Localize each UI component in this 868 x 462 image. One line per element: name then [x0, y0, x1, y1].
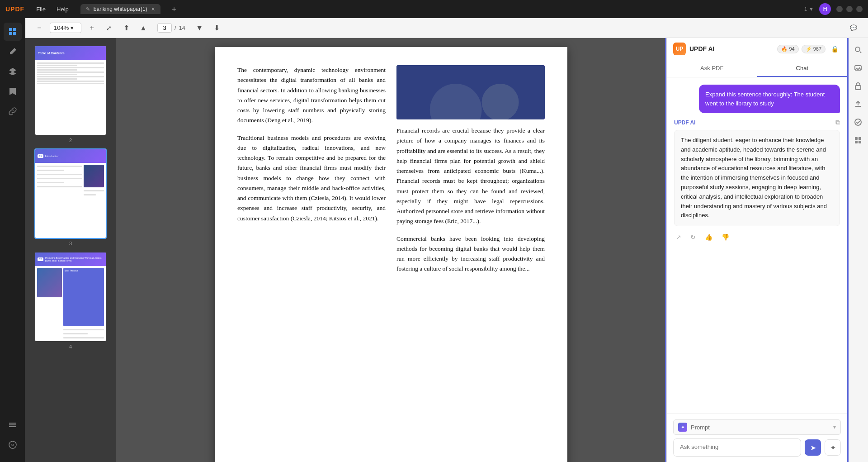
svg-rect-1 — [13, 28, 16, 31]
sidebar-right — [847, 38, 868, 462]
tab-close-btn[interactable]: ✕ — [151, 6, 155, 12]
next-section-btn[interactable]: ⬇ — [210, 21, 223, 35]
svg-rect-3 — [13, 32, 16, 35]
page-nav: / 14 — [157, 23, 185, 33]
thumbnail-item-2[interactable]: Table of Contents — [34, 45, 107, 143]
right-icon-lock[interactable] — [850, 78, 866, 94]
ai-thumbs-down-btn[interactable]: 👎 — [720, 232, 731, 243]
right-icon-upload[interactable] — [850, 96, 866, 112]
ai-badge-1[interactable]: 🔥 94 — [777, 45, 798, 53]
prompt-arrow-icon: ▾ — [833, 424, 836, 430]
badge-1-icon: 🔥 — [781, 46, 788, 52]
thumbnail-page-2: Table of Contents — [34, 45, 107, 136]
thumbnail-number-4: 4 — [69, 344, 72, 349]
ai-send-btn[interactable]: ➤ — [805, 439, 821, 456]
badge-1-value: 94 — [789, 46, 794, 52]
sidebar-icon-layers[interactable] — [4, 62, 22, 81]
sidebar-left: ✉ — [0, 18, 25, 462]
zoom-in-btn[interactable]: ＋ — [85, 21, 99, 35]
fit-width-btn[interactable]: ⤢ — [102, 21, 116, 35]
window-controls: ─ □ ✕ — [836, 6, 863, 12]
pdf-col2-para2: Commercial banks have been looking into … — [396, 234, 545, 274]
ai-lock-btn[interactable]: 🔒 — [828, 43, 841, 55]
minimize-btn[interactable]: ─ — [836, 6, 843, 12]
svg-rect-11 — [859, 137, 861, 140]
right-icon-grid[interactable] — [850, 132, 866, 148]
prev-page-btn[interactable]: ▲ — [137, 21, 150, 35]
ai-panel: UP UPDF AI 🔥 94 ⚡ 967 🔒 — [666, 38, 847, 462]
menu-bar: File Help — [32, 4, 73, 14]
pdf-viewer[interactable]: The contemporary, dynamic technology env… — [116, 38, 666, 462]
svg-rect-12 — [855, 141, 858, 143]
new-tab-btn[interactable]: ＋ — [168, 4, 180, 15]
prompt-selector[interactable]: ✦ Prompt ▾ — [673, 419, 841, 435]
zoom-arrow: ▾ — [71, 24, 74, 31]
badge-2-icon: ⚡ — [806, 46, 812, 52]
ai-input[interactable] — [673, 438, 801, 457]
toolbar: − 104% ▾ ＋ ⤢ ⬆ ▲ / 14 ▼ ⬇ 💬 — [25, 18, 868, 38]
total-pages: 14 — [179, 24, 185, 31]
zoom-display[interactable]: 104% ▾ — [50, 23, 81, 33]
pdf-page: The contemporary, dynamic technology env… — [215, 47, 567, 462]
ai-response-actions: ↗ ↻ 👍 👎 — [674, 230, 840, 244]
svg-point-6 — [855, 47, 860, 52]
right-icon-image[interactable] — [850, 60, 866, 76]
ai-copy-btn[interactable]: ⧉ — [835, 119, 840, 126]
sidebar-icon-stack[interactable] — [4, 416, 22, 434]
page-input[interactable] — [157, 23, 172, 33]
ai-response: UPDF AI ⧉ The diligent student, eager to… — [674, 119, 840, 244]
version-badge: 1 ▼ — [804, 6, 814, 12]
titlebar: UPDF File Help ✎ banking whitepapar(1) ✕… — [0, 0, 868, 18]
thumbnail-item-3[interactable]: 01 Introduction — [34, 148, 107, 246]
thumbnail-panel: Table of Contents — [25, 38, 116, 462]
sidebar-icon-tag[interactable]: ✉ — [4, 436, 22, 454]
right-icon-search[interactable] — [850, 42, 866, 58]
prompt-label: Prompt — [691, 424, 830, 431]
tab-ask-pdf[interactable]: Ask PDF — [667, 60, 757, 77]
sidebar-icon-link[interactable] — [4, 102, 22, 120]
comment-btn[interactable]: 💬 — [846, 23, 861, 33]
ai-response-label: UPDF AI — [674, 119, 696, 126]
ai-share-btn[interactable]: ↗ — [674, 232, 683, 243]
ai-refresh-btn[interactable]: ↻ — [689, 232, 698, 243]
right-icon-check[interactable] — [850, 114, 866, 130]
pdf-col-left: The contemporary, dynamic technology env… — [237, 65, 386, 281]
thumbnail-item-4[interactable]: 02 Promoting Best Practice and Reducing … — [34, 252, 107, 349]
main-area: ✉ − 104% ▾ ＋ ⤢ ⬆ ▲ / 14 ▼ ⬇ — [0, 18, 868, 462]
prev-section-btn[interactable]: ⬆ — [119, 21, 133, 35]
document-tab[interactable]: ✎ banking whitepapar(1) ✕ — [80, 4, 160, 14]
pdf-col1-para2: Traditional business models and procedur… — [237, 133, 386, 224]
svg-point-9 — [855, 119, 861, 125]
ai-panel-header: UP UPDF AI 🔥 94 ⚡ 967 🔒 — [667, 38, 847, 60]
maximize-btn[interactable]: □ — [846, 6, 853, 12]
zoom-out-btn[interactable]: − — [33, 21, 46, 35]
user-avatar[interactable]: H — [819, 3, 831, 15]
next-page-btn[interactable]: ▼ — [193, 21, 206, 35]
ai-badges: 🔥 94 ⚡ 967 🔒 — [777, 43, 841, 55]
close-btn[interactable]: ✕ — [856, 6, 863, 12]
ai-thumbs-up-btn[interactable]: 👍 — [703, 232, 714, 243]
pdf-container: Table of Contents — [25, 38, 666, 462]
ai-response-text: The diligent student, eager to enhance t… — [674, 130, 840, 226]
svg-rect-13 — [859, 141, 861, 143]
comment-icon: 💬 — [850, 24, 857, 31]
pdf-col2-para1: Financial records are crucial because th… — [396, 126, 545, 227]
thumbnail-number-3: 3 — [69, 241, 72, 246]
menu-help[interactable]: Help — [52, 4, 73, 14]
ai-badge-2[interactable]: ⚡ 967 — [802, 45, 826, 53]
sidebar-icon-edit[interactable] — [4, 43, 22, 61]
ai-logo-icon: UP — [673, 43, 686, 55]
tab-doc-icon: ✎ — [86, 6, 90, 12]
sidebar-bottom: ✉ — [4, 416, 22, 457]
tab-title: banking whitepapar(1) — [94, 6, 147, 12]
svg-rect-0 — [9, 28, 12, 31]
sidebar-icon-bookmark[interactable] — [4, 82, 22, 100]
thumbnail-page-4: 02 Promoting Best Practice and Reducing … — [34, 252, 107, 342]
tab-chat[interactable]: Chat — [757, 60, 848, 77]
menu-file[interactable]: File — [32, 4, 50, 14]
prompt-icon: ✦ — [678, 423, 687, 432]
ai-title: UPDF AI — [689, 45, 714, 52]
sidebar-icon-grid[interactable] — [4, 23, 22, 41]
ai-extra-btn[interactable]: ✦ — [825, 439, 841, 456]
ai-tabs: Ask PDF Chat — [667, 60, 847, 77]
